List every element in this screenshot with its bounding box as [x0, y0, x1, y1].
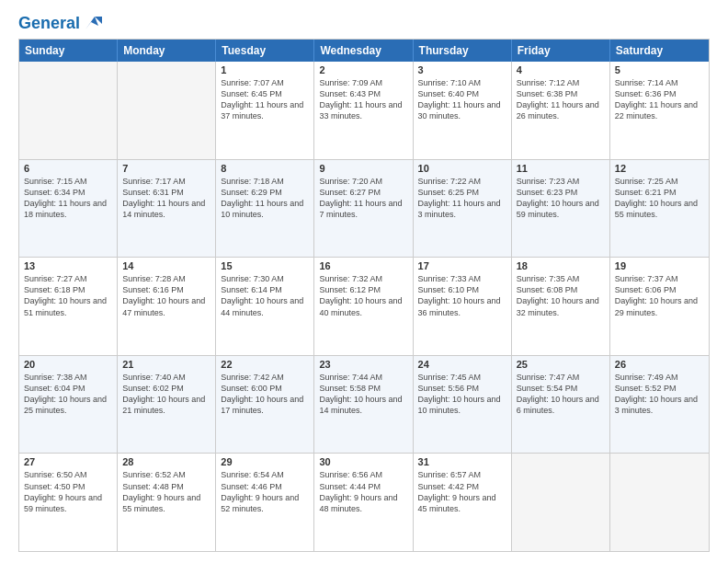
day-detail: Sunrise: 7:23 AM Sunset: 6:23 PM Dayligh…: [517, 176, 605, 221]
day-detail: Sunrise: 7:09 AM Sunset: 6:43 PM Dayligh…: [319, 77, 407, 122]
day-detail: Sunrise: 7:18 AM Sunset: 6:29 PM Dayligh…: [221, 176, 309, 221]
header-cell-friday: Friday: [512, 40, 610, 62]
calendar: SundayMondayTuesdayWednesdayThursdayFrid…: [18, 39, 710, 552]
header-cell-tuesday: Tuesday: [216, 40, 314, 62]
day-cell-28: 28Sunrise: 6:52 AM Sunset: 4:48 PM Dayli…: [118, 454, 216, 551]
logo-arrow-icon: [82, 13, 102, 33]
day-cell-2: 2Sunrise: 7:09 AM Sunset: 6:43 PM Daylig…: [314, 62, 413, 159]
day-number: 10: [418, 163, 506, 174]
day-detail: Sunrise: 7:12 AM Sunset: 6:38 PM Dayligh…: [517, 77, 605, 122]
day-cell-16: 16Sunrise: 7:32 AM Sunset: 6:12 PM Dayli…: [314, 258, 413, 355]
day-cell-30: 30Sunrise: 6:56 AM Sunset: 4:44 PM Dayli…: [314, 454, 413, 551]
day-number: 5: [615, 64, 704, 75]
calendar-body: 1Sunrise: 7:07 AM Sunset: 6:45 PM Daylig…: [19, 62, 709, 551]
day-detail: Sunrise: 6:52 AM Sunset: 4:48 PM Dayligh…: [122, 469, 210, 514]
day-cell-11: 11Sunrise: 7:23 AM Sunset: 6:23 PM Dayli…: [512, 160, 610, 258]
svg-marker-0: [85, 17, 98, 29]
day-cell-10: 10Sunrise: 7:22 AM Sunset: 6:25 PM Dayli…: [414, 160, 512, 258]
day-cell-25: 25Sunrise: 7:47 AM Sunset: 5:54 PM Dayli…: [512, 356, 610, 454]
day-number: 24: [418, 359, 506, 370]
day-detail: Sunrise: 7:20 AM Sunset: 6:27 PM Dayligh…: [319, 176, 407, 221]
day-detail: Sunrise: 7:47 AM Sunset: 5:54 PM Dayligh…: [517, 372, 605, 417]
day-detail: Sunrise: 7:17 AM Sunset: 6:31 PM Dayligh…: [122, 176, 210, 221]
day-cell-4: 4Sunrise: 7:12 AM Sunset: 6:38 PM Daylig…: [512, 62, 610, 159]
day-number: 23: [319, 359, 407, 370]
day-number: 15: [221, 260, 309, 271]
day-detail: Sunrise: 6:54 AM Sunset: 4:46 PM Dayligh…: [221, 469, 309, 514]
header: General: [18, 15, 710, 29]
day-number: 21: [122, 359, 210, 370]
day-detail: Sunrise: 6:57 AM Sunset: 4:42 PM Dayligh…: [418, 469, 506, 514]
day-cell-29: 29Sunrise: 6:54 AM Sunset: 4:46 PM Dayli…: [216, 454, 314, 551]
day-detail: Sunrise: 7:35 AM Sunset: 6:08 PM Dayligh…: [517, 273, 605, 318]
day-number: 2: [319, 64, 407, 75]
day-cell-26: 26Sunrise: 7:49 AM Sunset: 5:52 PM Dayli…: [610, 356, 709, 454]
day-detail: Sunrise: 6:50 AM Sunset: 4:50 PM Dayligh…: [24, 469, 112, 514]
empty-cell: [118, 62, 216, 159]
empty-cell: [19, 62, 118, 159]
day-detail: Sunrise: 7:38 AM Sunset: 6:04 PM Dayligh…: [24, 372, 112, 417]
day-number: 6: [24, 163, 112, 174]
logo-text-line1: General: [18, 15, 80, 33]
day-detail: Sunrise: 6:56 AM Sunset: 4:44 PM Dayligh…: [319, 469, 407, 514]
day-number: 8: [221, 163, 309, 174]
day-number: 1: [221, 64, 309, 75]
day-number: 11: [517, 163, 605, 174]
day-cell-1: 1Sunrise: 7:07 AM Sunset: 6:45 PM Daylig…: [216, 62, 314, 159]
day-cell-8: 8Sunrise: 7:18 AM Sunset: 6:29 PM Daylig…: [216, 160, 314, 258]
day-number: 17: [418, 260, 506, 271]
day-cell-19: 19Sunrise: 7:37 AM Sunset: 6:06 PM Dayli…: [610, 258, 709, 355]
day-detail: Sunrise: 7:32 AM Sunset: 6:12 PM Dayligh…: [319, 273, 407, 318]
day-detail: Sunrise: 7:42 AM Sunset: 6:00 PM Dayligh…: [221, 372, 309, 417]
day-cell-13: 13Sunrise: 7:27 AM Sunset: 6:18 PM Dayli…: [19, 258, 118, 355]
day-detail: Sunrise: 7:30 AM Sunset: 6:14 PM Dayligh…: [221, 273, 309, 318]
day-detail: Sunrise: 7:28 AM Sunset: 6:16 PM Dayligh…: [122, 273, 210, 318]
day-detail: Sunrise: 7:15 AM Sunset: 6:34 PM Dayligh…: [24, 176, 112, 221]
day-detail: Sunrise: 7:45 AM Sunset: 5:56 PM Dayligh…: [418, 372, 506, 417]
day-cell-7: 7Sunrise: 7:17 AM Sunset: 6:31 PM Daylig…: [118, 160, 216, 258]
day-detail: Sunrise: 7:07 AM Sunset: 6:45 PM Dayligh…: [221, 77, 309, 122]
day-number: 12: [615, 163, 704, 174]
calendar-row-3: 13Sunrise: 7:27 AM Sunset: 6:18 PM Dayli…: [19, 257, 709, 355]
day-detail: Sunrise: 7:49 AM Sunset: 5:52 PM Dayligh…: [615, 372, 704, 417]
day-cell-15: 15Sunrise: 7:30 AM Sunset: 6:14 PM Dayli…: [216, 258, 314, 355]
day-cell-23: 23Sunrise: 7:44 AM Sunset: 5:58 PM Dayli…: [314, 356, 413, 454]
day-cell-6: 6Sunrise: 7:15 AM Sunset: 6:34 PM Daylig…: [19, 160, 118, 258]
header-cell-sunday: Sunday: [19, 40, 118, 62]
day-number: 27: [24, 456, 112, 467]
day-number: 25: [517, 359, 605, 370]
day-detail: Sunrise: 7:22 AM Sunset: 6:25 PM Dayligh…: [418, 176, 506, 221]
day-cell-3: 3Sunrise: 7:10 AM Sunset: 6:40 PM Daylig…: [414, 62, 512, 159]
day-number: 13: [24, 260, 112, 271]
day-number: 14: [122, 260, 210, 271]
day-detail: Sunrise: 7:25 AM Sunset: 6:21 PM Dayligh…: [615, 176, 704, 221]
day-number: 18: [517, 260, 605, 271]
day-detail: Sunrise: 7:27 AM Sunset: 6:18 PM Dayligh…: [24, 273, 112, 318]
calendar-row-1: 1Sunrise: 7:07 AM Sunset: 6:45 PM Daylig…: [19, 62, 709, 159]
day-detail: Sunrise: 7:33 AM Sunset: 6:10 PM Dayligh…: [418, 273, 506, 318]
calendar-row-5: 27Sunrise: 6:50 AM Sunset: 4:50 PM Dayli…: [19, 453, 709, 551]
day-number: 28: [122, 456, 210, 467]
day-cell-21: 21Sunrise: 7:40 AM Sunset: 6:02 PM Dayli…: [118, 356, 216, 454]
day-cell-24: 24Sunrise: 7:45 AM Sunset: 5:56 PM Dayli…: [414, 356, 512, 454]
calendar-row-4: 20Sunrise: 7:38 AM Sunset: 6:04 PM Dayli…: [19, 355, 709, 454]
header-cell-thursday: Thursday: [414, 40, 512, 62]
day-cell-12: 12Sunrise: 7:25 AM Sunset: 6:21 PM Dayli…: [610, 160, 709, 258]
header-cell-monday: Monday: [118, 40, 216, 62]
day-cell-20: 20Sunrise: 7:38 AM Sunset: 6:04 PM Dayli…: [19, 356, 118, 454]
day-cell-22: 22Sunrise: 7:42 AM Sunset: 6:00 PM Dayli…: [216, 356, 314, 454]
day-number: 4: [517, 64, 605, 75]
calendar-row-2: 6Sunrise: 7:15 AM Sunset: 6:34 PM Daylig…: [19, 159, 709, 258]
day-detail: Sunrise: 7:14 AM Sunset: 6:36 PM Dayligh…: [615, 77, 704, 122]
day-cell-17: 17Sunrise: 7:33 AM Sunset: 6:10 PM Dayli…: [414, 258, 512, 355]
logo: General: [18, 15, 102, 29]
day-number: 22: [221, 359, 309, 370]
day-number: 20: [24, 359, 112, 370]
day-number: 30: [319, 456, 407, 467]
header-cell-saturday: Saturday: [610, 40, 709, 62]
empty-cell: [512, 454, 610, 551]
day-cell-5: 5Sunrise: 7:14 AM Sunset: 6:36 PM Daylig…: [610, 62, 709, 159]
day-detail: Sunrise: 7:40 AM Sunset: 6:02 PM Dayligh…: [122, 372, 210, 417]
day-number: 7: [122, 163, 210, 174]
day-cell-31: 31Sunrise: 6:57 AM Sunset: 4:42 PM Dayli…: [414, 454, 512, 551]
